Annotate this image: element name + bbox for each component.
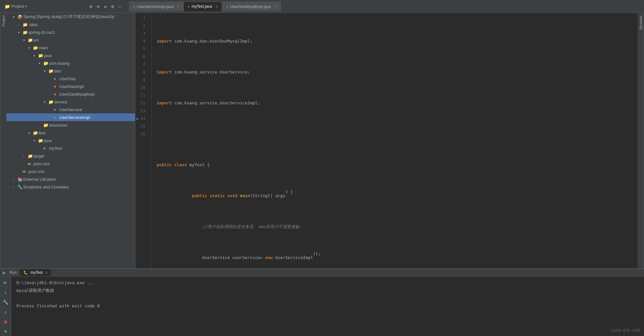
tree-item-pom1[interactable]: m pom.xml bbox=[6, 160, 135, 168]
comment-7: //用户实际调用的是业务层. dao层用户不需要接触 bbox=[202, 223, 299, 231]
tree-item-scratches[interactable]: › 🔧 Scratches and Consoles bbox=[6, 183, 135, 191]
tab-userserviceimpl[interactable]: ● UserServiceImpl.java ✕ bbox=[129, 2, 183, 11]
java-icon-mytest: ● bbox=[43, 146, 49, 151]
tree-item-resources[interactable]: 📁 resources bbox=[6, 121, 135, 129]
line-num-12: 12 bbox=[135, 99, 148, 107]
tree-item-idea[interactable]: › 📁 .idea bbox=[6, 21, 135, 28]
settings-icon[interactable]: ⚙ bbox=[110, 3, 115, 10]
line-num-14: ◈ 14 bbox=[135, 115, 148, 122]
watermark: CSDN @星~闪耀 bbox=[610, 328, 640, 333]
code-lines: import com.kuang.dao.UserDaoMysqlImpl; i… bbox=[151, 13, 638, 268]
tab-close-userdaomysqlimpl[interactable]: ✕ bbox=[274, 5, 277, 8]
bottom-tab-close[interactable]: ✕ bbox=[45, 271, 48, 274]
new-kw-8: new bbox=[265, 254, 273, 262]
run-label-icon: ▶ bbox=[3, 270, 6, 275]
code-line-1: import com.kuang.dao.UserDaoMysqlImpl; bbox=[157, 37, 638, 45]
tab-icon-teal: ● bbox=[226, 5, 228, 8]
arrow-java-main: ▾ bbox=[34, 54, 38, 57]
code-line-3: import com.kuang.service.UserServiceImpl… bbox=[157, 99, 638, 107]
code-line-8: UserService userService= new UserService… bbox=[157, 254, 638, 262]
tree-item-service[interactable]: ▾ 📁 service bbox=[6, 98, 135, 106]
tree-item-extlibs[interactable]: › 📚 External Libraries bbox=[6, 175, 135, 183]
down-button[interactable]: ↓ bbox=[3, 308, 8, 315]
tree-item-test[interactable]: ▾ 📁 test bbox=[6, 129, 135, 137]
label-pom1: pom.xml bbox=[34, 161, 49, 166]
stop-button[interactable]: ■ bbox=[3, 318, 8, 325]
up-button[interactable]: ↑ bbox=[3, 289, 8, 296]
tab-close-mytest[interactable]: ✕ bbox=[215, 5, 218, 8]
public-kw-5: public bbox=[157, 161, 172, 169]
folder-icon-dao: 📁 bbox=[48, 69, 54, 73]
structure-panel-label: Structure bbox=[639, 15, 643, 30]
label-main: main bbox=[39, 45, 48, 50]
label-src: src bbox=[34, 38, 39, 43]
label-pom2: pom.xml bbox=[28, 169, 44, 174]
sidebar[interactable]: ▾ 📦 Spring [Spring study] D:\学习笔记\狂神说Jav… bbox=[6, 13, 135, 268]
tree-item-spring01ioc1[interactable]: ▾ 📁 spring-01-ioc1 bbox=[6, 28, 135, 36]
line-num-2: 2 bbox=[135, 22, 148, 30]
line-num-7: 7 bbox=[135, 61, 148, 68]
tab-userdaomysqlimpl[interactable]: ● UserDaoMysqlImpl.java ✕ bbox=[222, 2, 281, 11]
tree-item-userdao[interactable]: ● UserDao bbox=[6, 75, 135, 82]
bookmark-14: ◈ bbox=[136, 115, 138, 122]
label-java-test: java bbox=[44, 138, 52, 143]
tree-item-target[interactable]: › 📁 target bbox=[6, 152, 135, 160]
output-line-1: D:\Java\jdk1.8\bin\java.exe ... bbox=[16, 279, 639, 287]
layout-icon[interactable]: ⊕ bbox=[88, 3, 93, 10]
arrow-src: ▾ bbox=[23, 38, 28, 42]
tree-item-mytest[interactable]: ● myTest bbox=[6, 144, 135, 152]
tab-label-mytest: myTest.java bbox=[191, 4, 212, 9]
line-num-5: ▶ 5 bbox=[135, 45, 148, 53]
arrow-spring01ioc1: ▾ bbox=[18, 31, 23, 34]
line-numbers: 1 2 3 4 ▶ 5 ▶ 6 7 8 9 10 // 11 bbox=[135, 13, 151, 268]
tree-item-spring[interactable]: ▾ 📦 Spring [Spring study] D:\学习笔记\狂神说Jav… bbox=[6, 13, 135, 21]
line-num-10: 10 bbox=[135, 84, 148, 91]
code-editor[interactable]: 1 2 3 4 ▶ 5 ▶ 6 7 8 9 10 // 11 bbox=[135, 13, 638, 268]
project-panel-label: Project bbox=[2, 15, 5, 26]
method-main-6: main bbox=[240, 192, 250, 200]
line-num-6: ▶ 6 bbox=[135, 53, 148, 61]
xml-icon-pom2: m bbox=[23, 169, 28, 173]
tree-item-java-test[interactable]: ▾ 📁 java bbox=[6, 137, 135, 144]
java-icon-userdao: ● bbox=[54, 76, 59, 81]
tree-item-comkuang[interactable]: ▾ 📁 com.kuang bbox=[6, 59, 135, 67]
minimize-icon[interactable]: — bbox=[117, 3, 122, 10]
list-icon[interactable]: ≡ bbox=[95, 3, 101, 10]
tree-item-dao[interactable]: ▾ 📁 dao bbox=[6, 67, 135, 75]
wrench-button[interactable]: 🔧 bbox=[2, 299, 9, 306]
arrow-comkuang: ▾ bbox=[39, 62, 43, 65]
play-button[interactable]: ▶ bbox=[3, 278, 8, 286]
bottom-tab-mytest[interactable]: 🐛 myTest ✕ bbox=[20, 269, 51, 276]
tree-item-userdaoimpl[interactable]: ● UserDaoImpl bbox=[6, 82, 135, 90]
class-kw-5: class bbox=[174, 161, 187, 169]
line-num-13: 13 bbox=[135, 107, 148, 115]
tree-item-java-main[interactable]: ▾ 📁 java bbox=[6, 52, 135, 59]
left-panel-label: Project bbox=[0, 13, 6, 268]
label-dao: dao bbox=[54, 69, 61, 73]
label-userdao: UserDao bbox=[59, 76, 76, 81]
chevron-down-icon: ▾ bbox=[25, 5, 27, 8]
tree-item-userdaomysqlimpl[interactable]: ● UserDaoMysqlImpl bbox=[6, 90, 135, 98]
tab-mytest[interactable]: ● myTest.java ✕ bbox=[183, 2, 222, 11]
line-num-3: 3 bbox=[135, 30, 148, 37]
tree-item-src[interactable]: ▾ 📁 src bbox=[6, 36, 135, 44]
folder-icon-comkuang: 📁 bbox=[43, 61, 49, 66]
label-extlibs: External Libraries bbox=[23, 177, 56, 182]
classname-5: myTest { bbox=[190, 161, 210, 169]
tab-icon-blue: ● bbox=[188, 5, 190, 8]
list-button[interactable]: ≡ bbox=[3, 328, 8, 335]
tree-item-userserviceimpl[interactable]: ● UserServiceImpl bbox=[6, 113, 135, 121]
label-userservice: UserService bbox=[59, 107, 82, 112]
xml-icon-pom1: m bbox=[28, 162, 34, 166]
tree-item-userservice[interactable]: ● UserService bbox=[6, 106, 135, 113]
tree-item-pom2[interactable]: m pom.xml bbox=[6, 168, 135, 175]
project-vertical-label: 📁 Project ▾ bbox=[3, 4, 28, 9]
tab-label-userdaomysqlimpl: UserDaoMysqlImpl.java bbox=[230, 5, 271, 9]
tree-item-main[interactable]: ▾ 📁 main bbox=[6, 44, 135, 52]
line-num-9: 9 bbox=[135, 76, 148, 84]
split-icon[interactable]: ⇌ bbox=[103, 3, 108, 10]
tab-close-userserviceimpl[interactable]: ✕ bbox=[177, 5, 179, 8]
output-process-text: Process finished with exit code 0 bbox=[16, 302, 100, 310]
bottom-output: D:\Java\jdk1.8\bin\java.exe ... mysql获取用… bbox=[11, 276, 644, 336]
code-line-2: import com.kuang.service.UserService; bbox=[157, 68, 638, 76]
